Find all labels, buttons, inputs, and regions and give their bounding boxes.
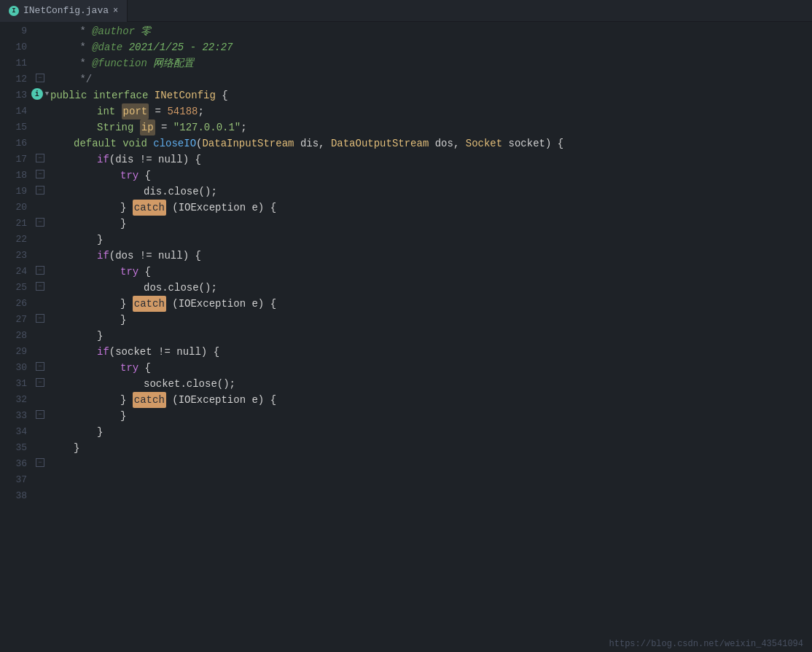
- token: }: [120, 296, 133, 312]
- fold-icon[interactable]: −: [36, 458, 44, 467]
- fold-icon[interactable]: −: [36, 282, 44, 291]
- token: {: [145, 360, 151, 376]
- token: }: [97, 424, 103, 440]
- fold-icon[interactable]: −: [36, 74, 44, 82]
- code-line-24: if(dos != null) {: [50, 248, 812, 264]
- token: }: [97, 232, 103, 248]
- token: "127.0.0.1": [173, 119, 241, 135]
- bottom-url: https://blog.csdn.net/weixin_43541094: [609, 639, 803, 649]
- token: }: [74, 440, 79, 456]
- token: if: [97, 248, 109, 264]
- gutter-line-17: −: [33, 150, 47, 166]
- token: (socket != null) {: [109, 344, 219, 360]
- code-line-35: }: [50, 424, 812, 440]
- token: *: [74, 55, 92, 71]
- token: @function: [92, 55, 147, 71]
- gutter-line-27: −: [33, 310, 47, 326]
- tab-file-icon: I: [9, 6, 19, 16]
- line-number-36: 36: [0, 456, 27, 472]
- fold-icon[interactable]: −: [36, 378, 44, 387]
- token: *: [74, 23, 92, 39]
- line-number-15: 15: [0, 119, 27, 135]
- gutter-line-36: −: [33, 455, 47, 471]
- line-number-32: 32: [0, 392, 27, 408]
- token: {: [145, 168, 151, 184]
- code-line-15: String ip = "127.0.0.1";: [50, 119, 812, 135]
- code-line-19: try {: [50, 168, 812, 184]
- line-number-30: 30: [0, 360, 27, 376]
- code-line-29: }: [50, 328, 812, 344]
- token: dos,: [435, 135, 466, 152]
- token: *: [74, 39, 92, 55]
- line-number-35: 35: [0, 440, 27, 456]
- token: @date: [92, 39, 122, 55]
- line-number-23: 23: [0, 248, 27, 264]
- code-line-34: }: [50, 408, 812, 424]
- token: */: [74, 71, 92, 87]
- gutter-line-30: −: [33, 358, 47, 374]
- gutter-line-32: [33, 390, 47, 406]
- gutter-line-33: −: [33, 406, 47, 423]
- token: closeIO: [153, 135, 196, 152]
- token: 网络配置: [147, 55, 194, 71]
- line-numbers: 9101112131415161718192021222324252627282…: [0, 22, 33, 652]
- gutter-line-25: −: [33, 278, 47, 294]
- token: (dos != null) {: [109, 248, 201, 264]
- token: port: [122, 103, 149, 119]
- fold-icon[interactable]: −: [36, 410, 44, 419]
- code-line-28: }: [50, 312, 812, 328]
- gutter: −i▼−−−−−−−−−−−: [33, 22, 47, 652]
- token: ip: [140, 119, 155, 135]
- line-number-21: 21: [0, 216, 27, 232]
- gutter-line-20: [33, 198, 47, 214]
- fold-icon[interactable]: −: [36, 186, 44, 195]
- token: @author: [92, 23, 135, 39]
- code-line-31: try {: [50, 360, 812, 376]
- gutter-line-21: −: [33, 214, 47, 230]
- gutter-line-19: −: [33, 182, 47, 198]
- code-line-13: public interface INetConfig {: [50, 87, 812, 103]
- line-number-12: 12: [0, 71, 27, 87]
- token: catch: [133, 296, 166, 312]
- code-line-20: dis.close();: [50, 184, 812, 200]
- token: 2021/1/25 - 22:27: [122, 39, 233, 55]
- tab-close-button[interactable]: ×: [113, 6, 118, 16]
- tab-inetconfig[interactable]: I INetConfig.java ×: [0, 0, 128, 22]
- token: DataInputStream: [202, 135, 300, 152]
- code-line-30: if(socket != null) {: [50, 344, 812, 360]
- token: }: [120, 392, 133, 408]
- token: dos.close();: [144, 280, 217, 296]
- fold-icon[interactable]: −: [36, 170, 44, 178]
- code-line-9: * @author 零: [50, 23, 812, 39]
- token: socket) {: [509, 135, 564, 152]
- token: {: [145, 264, 151, 280]
- line-number-25: 25: [0, 280, 27, 296]
- fold-icon[interactable]: −: [36, 314, 44, 323]
- line-number-38: 38: [0, 488, 27, 504]
- gutter-line-26: [33, 294, 47, 310]
- token: Socket: [466, 135, 509, 152]
- token: INetConfig: [155, 87, 216, 103]
- token: if: [97, 344, 109, 360]
- gutter-line-18: −: [33, 166, 47, 182]
- token: }: [97, 328, 103, 344]
- fold-icon[interactable]: −: [36, 266, 44, 275]
- line-number-20: 20: [0, 200, 27, 216]
- line-number-29: 29: [0, 344, 27, 360]
- line-number-19: 19: [0, 184, 27, 200]
- token: catch: [133, 392, 166, 408]
- gutter-line-12: −: [33, 70, 47, 86]
- line-number-37: 37: [0, 472, 27, 488]
- token: }: [120, 312, 126, 328]
- gutter-line-29: [33, 342, 47, 358]
- token: {: [216, 87, 228, 103]
- token: socket.close();: [144, 376, 235, 392]
- token: dis.close();: [144, 184, 217, 200]
- tab-filename: INetConfig.java: [23, 5, 109, 16]
- gutter-line-37: [33, 471, 47, 487]
- fold-icon[interactable]: −: [36, 362, 44, 371]
- token: 零: [135, 23, 151, 39]
- fold-icon[interactable]: −: [36, 154, 44, 162]
- fold-icon[interactable]: −: [36, 218, 44, 227]
- token: catch: [133, 200, 166, 216]
